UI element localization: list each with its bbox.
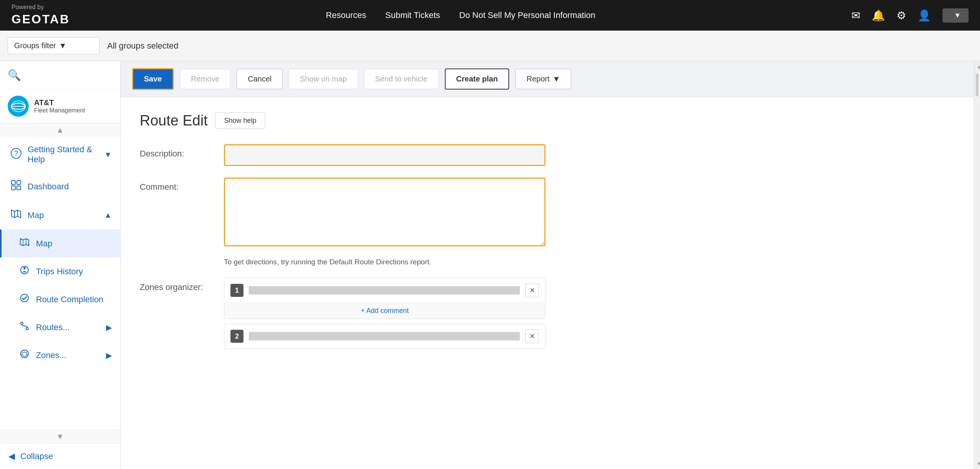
- zone-item-1-header: 1 ✕: [224, 278, 545, 303]
- remove-button[interactable]: Remove: [180, 69, 230, 89]
- save-button[interactable]: Save: [132, 68, 174, 90]
- svg-rect-6: [11, 181, 15, 184]
- att-logo: [8, 96, 29, 117]
- search-icon[interactable]: 🔍: [8, 69, 21, 81]
- dashboard-icon: [10, 180, 22, 193]
- svg-rect-7: [17, 181, 21, 184]
- svg-marker-10: [11, 210, 21, 218]
- svg-point-18: [21, 294, 28, 302]
- groups-bar: Groups filter ▼ All groups selected: [0, 31, 980, 61]
- map-icon: [18, 237, 31, 250]
- geotab-logo: GEOTAB: [11, 12, 70, 26]
- top-bar: Powered by GEOTAB Resources Submit Ticke…: [0, 0, 980, 31]
- sidebar-item-map-section[interactable]: Map ▲: [0, 201, 120, 230]
- zone-2-bar: [249, 332, 520, 340]
- show-help-button[interactable]: Show help: [215, 112, 265, 129]
- svg-text:?: ?: [14, 150, 18, 157]
- company-name: AT&T: [34, 98, 85, 107]
- getting-started-label: Getting Started & Help: [28, 145, 99, 164]
- bell-icon[interactable]: 🔔: [872, 9, 885, 22]
- zone-1-bar: [249, 286, 520, 295]
- help-icon: ?: [10, 148, 22, 161]
- groups-filter-button[interactable]: Groups filter ▼: [8, 37, 100, 54]
- zone-item-2-header: 2 ✕: [224, 324, 545, 348]
- send-to-vehicle-button[interactable]: Send to vehicle: [364, 69, 439, 89]
- scroll-thumb[interactable]: [976, 73, 978, 96]
- zone-item-2: 2 ✕: [224, 324, 546, 349]
- dashboard-label: Dashboard: [28, 182, 112, 192]
- page-title: Route Edit: [140, 112, 207, 129]
- top-icons: ✉ 🔔 ⚙ 👤: [851, 9, 931, 22]
- zone-item-1: 1 ✕ + Add comment: [224, 278, 546, 319]
- cancel-button[interactable]: Cancel: [237, 69, 283, 89]
- report-button[interactable]: Report ▼: [515, 69, 571, 89]
- sidebar-scroll-down[interactable]: ▼: [0, 430, 120, 443]
- right-scrollbar[interactable]: ▲ ▼: [974, 61, 980, 469]
- sidebar-item-map[interactable]: Map: [0, 230, 120, 257]
- zones-label: Zones...: [36, 350, 101, 360]
- svg-rect-9: [17, 186, 21, 190]
- route-completion-icon: [18, 293, 31, 306]
- routes-label: Routes...: [36, 322, 101, 332]
- svg-rect-8: [11, 186, 15, 190]
- scroll-down-arrow[interactable]: ▼: [974, 458, 980, 469]
- map-label: Map: [36, 239, 112, 249]
- report-label: Report: [526, 75, 549, 83]
- company-info: AT&T Fleet Management: [34, 98, 85, 114]
- sidebar-item-routes[interactable]: Routes... ▶: [0, 313, 120, 341]
- zone-2-number: 2: [230, 330, 243, 343]
- zones-container: 1 ✕ + Add comment 2: [224, 278, 546, 353]
- svg-point-17: [23, 267, 26, 269]
- sidebar-nav: ? Getting Started & Help ▼ Dashboard Map…: [0, 137, 120, 430]
- groups-filter-caret: ▼: [59, 41, 67, 50]
- comment-row: Comment:: [140, 178, 676, 246]
- toolbar: Save Remove Cancel Show on map Send to v…: [121, 61, 974, 97]
- description-input[interactable]: [224, 144, 546, 166]
- show-on-map-button[interactable]: Show on map: [289, 69, 358, 89]
- comment-textarea[interactable]: [224, 178, 546, 246]
- sidebar-collapse[interactable]: ◀ Collapse: [0, 443, 120, 469]
- sidebar-item-route-completion[interactable]: Route Completion: [0, 285, 120, 313]
- content-area: Save Remove Cancel Show on map Send to v…: [121, 61, 974, 469]
- sidebar-item-dashboard[interactable]: Dashboard: [0, 172, 120, 201]
- main-layout: 🔍 AT&T Fleet Management ▲: [0, 61, 980, 469]
- zone-2-close-button[interactable]: ✕: [525, 329, 539, 343]
- submit-tickets-link[interactable]: Submit Tickets: [385, 10, 440, 20]
- add-comment-button-1[interactable]: + Add comment: [224, 303, 545, 319]
- sidebar-item-zones[interactable]: Zones... ▶: [0, 341, 120, 369]
- gear-icon[interactable]: ⚙: [897, 9, 906, 22]
- zones-arrow: ▶: [106, 351, 112, 360]
- sidebar-scroll-up[interactable]: ▲: [0, 123, 120, 137]
- zone-1-close-button[interactable]: ✕: [525, 283, 539, 297]
- collapse-label: Collapse: [20, 451, 53, 461]
- do-not-sell-link[interactable]: Do Not Sell My Personal Information: [459, 10, 596, 20]
- user-dropdown[interactable]: ▼: [942, 8, 969, 23]
- top-bar-right: ✉ 🔔 ⚙ 👤 ▼: [851, 8, 969, 23]
- company-sub: Fleet Management: [34, 107, 85, 114]
- svg-marker-13: [20, 239, 29, 246]
- sidebar-item-trips-history[interactable]: Trips History: [0, 257, 120, 285]
- create-plan-button[interactable]: Create plan: [445, 68, 510, 90]
- resources-link[interactable]: Resources: [326, 10, 366, 20]
- mail-icon[interactable]: ✉: [851, 9, 860, 22]
- directions-hint: To get directions, try running the Defau…: [224, 258, 676, 266]
- zones-organizer-row: Zones organizer: 1 ✕ + Add commen: [140, 278, 676, 353]
- getting-started-arrow: ▼: [104, 150, 112, 159]
- svg-point-20: [26, 327, 28, 330]
- svg-point-19: [21, 322, 23, 324]
- groups-filter-label: Groups filter: [14, 41, 56, 50]
- report-caret-icon: ▼: [553, 75, 560, 83]
- zone-1-number: 1: [230, 284, 243, 297]
- sidebar-item-getting-started[interactable]: ? Getting Started & Help ▼: [0, 137, 120, 172]
- logo-area: Powered by GEOTAB: [11, 3, 70, 27]
- zones-icon: [18, 349, 31, 362]
- dropdown-caret: ▼: [954, 11, 961, 20]
- top-nav: Resources Submit Tickets Do Not Sell My …: [326, 10, 595, 20]
- page-title-row: Route Edit Show help: [140, 112, 955, 129]
- description-label: Description:: [140, 144, 216, 159]
- groups-selected-text: All groups selected: [107, 41, 178, 51]
- user-icon[interactable]: 👤: [918, 9, 931, 22]
- sidebar-search-area: 🔍: [0, 61, 120, 90]
- scroll-up-arrow[interactable]: ▲: [974, 61, 980, 72]
- map-section-label: Map: [28, 210, 99, 220]
